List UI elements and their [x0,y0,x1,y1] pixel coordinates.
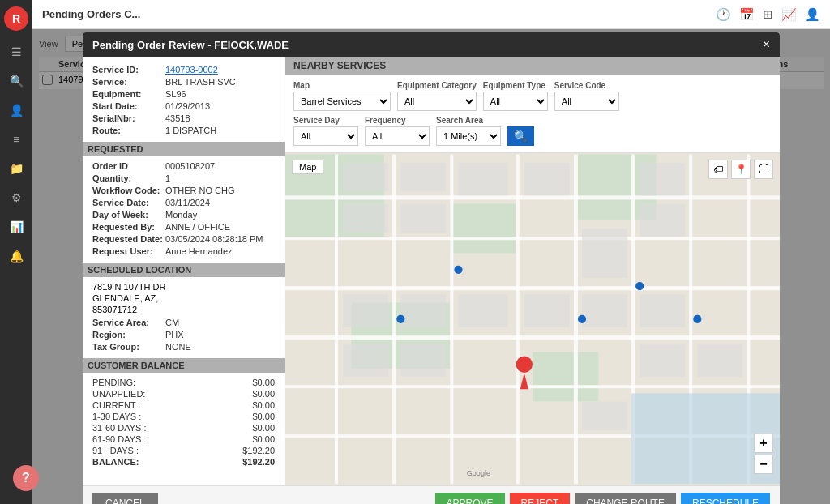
balance-31-60-label: 31-60 DAYS : [92,423,146,433]
reject-button[interactable]: REJECT [510,493,571,504]
approve-button[interactable]: APPROVE [435,493,505,504]
app-logo: R [4,6,28,31]
service-day-select[interactable]: All [293,126,358,146]
cancel-button[interactable]: CANCEL [92,493,158,504]
balance-pending-label: PENDING: [92,378,135,387]
eq-type-filter-group: Equipment Type All [483,81,548,111]
sidebar-icon-chart[interactable]: 📊 [5,216,28,238]
grid-icon[interactable]: ⊞ [763,7,773,22]
svg-rect-6 [285,195,780,199]
scheduled-section-header: SCHEDULED LOCATION [83,263,285,277]
quantity-value: 1 [165,173,170,183]
modal-footer: CANCEL APPROVE REJECT CHANGE ROUTE RESCH… [83,485,780,504]
help-button[interactable]: ? [13,465,39,491]
eq-category-select[interactable]: All [397,92,477,111]
sidebar-icon-user[interactable]: 👤 [5,99,28,122]
map-tag-button[interactable]: 🏷 [708,160,728,179]
sidebar-icon-bell[interactable]: 🔔 [5,245,28,267]
start-date-label: Start Date: [92,101,165,111]
map-select[interactable]: Barrel Services [293,92,391,111]
svg-rect-5 [533,352,598,401]
sidebar-icon-search[interactable]: 🔍 [5,70,28,92]
clock-icon[interactable]: 🕐 [716,7,731,22]
balance-91plus-value: $192.20 [242,446,275,455]
balance-31-60-row: 31-60 DAYS : $0.00 [92,423,275,433]
svg-rect-29 [343,294,388,327]
order-id-label: Order ID [92,161,165,171]
map-svg: Google [285,153,780,485]
search-area-select[interactable]: 1 Mile(s) [436,126,501,146]
svg-rect-15 [516,154,520,484]
serial-label: SerialNbr: [92,113,165,123]
modal-title: Pending Order Review - FEIOCK,WADE [92,39,289,51]
balance-91plus-row: 91+ DAYS : $192.20 [92,446,275,455]
search-area-label: Search Area [436,116,501,125]
route-value: 1 DISPATCH [165,126,216,135]
request-user-value: Anne Hernandez [165,246,233,256]
reschedule-button[interactable]: RESCHEDULE [681,493,770,504]
balance-1-30-value: $0.00 [252,412,275,421]
change-route-button[interactable]: CHANGE ROUTE [575,493,676,504]
sidebar-icon-list[interactable]: ≡ [5,128,28,151]
modal-body: Service ID: 140793-0002 Service: BRL TRA… [83,57,780,485]
filter-row-2: Service Day All Frequency All [293,116,772,146]
footer-right-buttons: APPROVE REJECT CHANGE ROUTE RESCHEDULE [435,493,770,504]
request-user-row: Request User: Anne Hernandez [92,246,275,256]
service-label: Service: [92,77,165,87]
sidebar-icon-folder[interactable]: 📁 [5,157,28,180]
svg-text:Google: Google [467,469,490,477]
service-area-label: Service Area: [92,318,165,327]
workflow-value: OTHER NO CHG [165,186,235,195]
profile-icon[interactable]: 👤 [805,7,820,22]
requested-by-value: ANNE / OFFICE [165,222,230,232]
sidebar-icon-menu[interactable]: ☰ [5,41,28,63]
service-id-link[interactable]: 140793-0002 [165,65,218,75]
svg-rect-28 [640,203,685,237]
map-pin-button[interactable]: 📍 [731,160,751,179]
address1: 7819 N 107TH DR [92,282,275,292]
balance-61-90-value: $0.00 [252,434,275,444]
chart-icon[interactable]: 📈 [781,7,797,22]
svg-rect-22 [400,163,446,192]
requested-date-label: Requested Date: [92,234,165,244]
service-code-select[interactable]: All [554,92,619,111]
modal-close-button[interactable]: × [763,37,770,52]
eq-category-label: Equipment Category [397,81,477,90]
svg-rect-13 [392,154,396,484]
svg-rect-2 [450,203,516,253]
svg-rect-38 [640,344,685,377]
service-day-label: Service Day [293,116,358,125]
search-button[interactable]: 🔍 [507,126,534,146]
map-zoom-plus-button[interactable]: + [754,434,773,453]
sidebar-icon-settings[interactable]: ⚙ [5,186,28,209]
equipment-row: Equipment: SL96 [92,89,275,99]
svg-rect-23 [400,203,446,233]
svg-point-43 [578,315,586,323]
frequency-label: Frequency [365,116,430,125]
svg-point-46 [454,266,462,274]
order-id-value: 0005108207 [165,161,215,171]
svg-rect-32 [524,294,570,327]
svg-rect-37 [582,401,627,430]
service-id-label: Service ID: [92,65,165,75]
service-value: BRL TRASH SVC [165,77,236,87]
main-area: Pending Orders C... 🕐 📅 ⊞ 📈 👤 View Pendi… [32,0,830,504]
eq-type-label: Equipment Type [483,81,548,90]
calendar-icon[interactable]: 📅 [739,7,755,22]
requested-by-row: Requested By: ANNE / OFFICE [92,222,275,232]
balance-total-row: BALANCE: $192.20 [92,457,275,467]
frequency-select[interactable]: All [365,126,430,146]
map-fullscreen-button[interactable]: ⛶ [754,160,773,179]
svg-rect-24 [459,163,508,196]
svg-rect-26 [582,229,627,278]
service-date-row: Service Date: 03/11/2024 [92,198,275,207]
map-zoom-minus-button[interactable]: − [754,455,773,474]
eq-type-select[interactable]: All [483,92,548,111]
service-row: Service: BRL TRASH SVC [92,77,275,87]
requested-by-label: Requested By: [92,222,165,232]
balance-pending-row: PENDING: $0.00 [92,378,275,387]
balance-1-30-label: 1-30 DAYS : [92,412,141,421]
zip: 853071712 [92,305,275,314]
left-panel: Service ID: 140793-0002 Service: BRL TRA… [83,57,285,485]
page-title: Pending Orders C... [42,8,709,20]
